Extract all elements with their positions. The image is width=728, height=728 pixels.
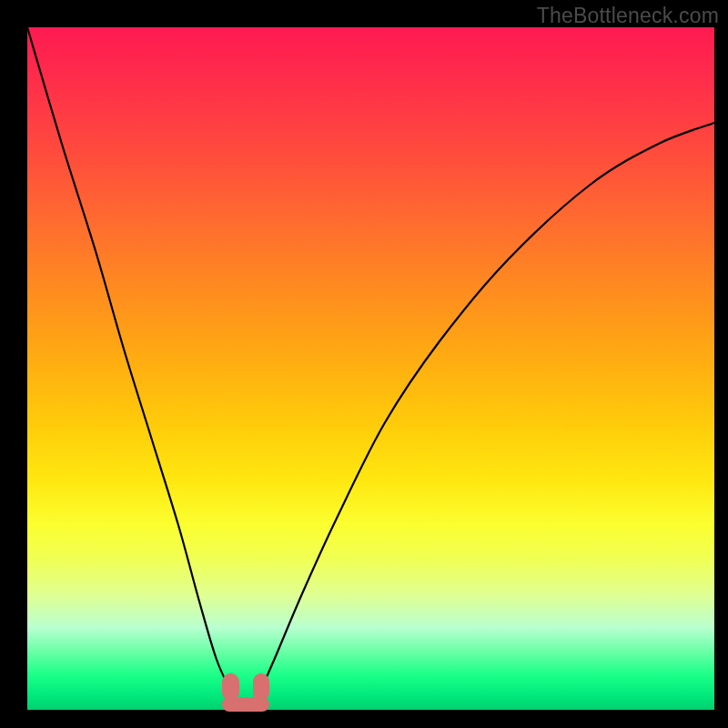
plot-area [27, 27, 714, 710]
foot-bridge [222, 697, 268, 713]
chart-frame: TheBottleneck.com [0, 0, 728, 728]
watermark-text: TheBottleneck.com [537, 4, 719, 28]
